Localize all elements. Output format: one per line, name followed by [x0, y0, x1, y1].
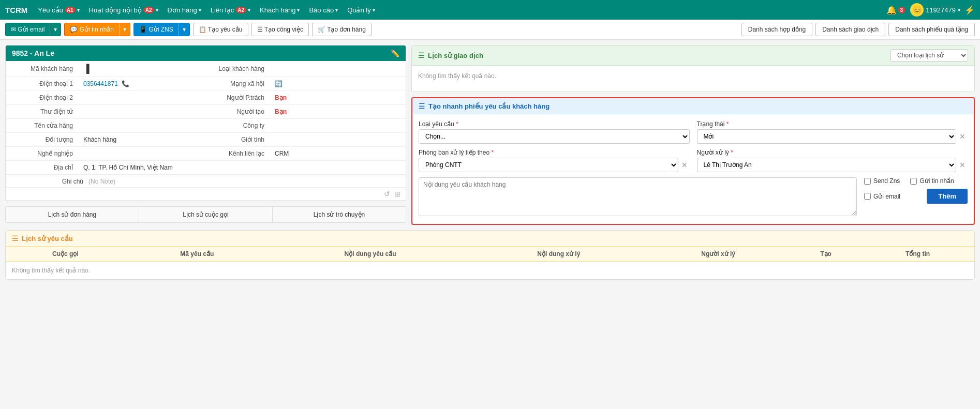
select-loai-yeu-cau[interactable]: Chọn...: [419, 129, 690, 144]
refresh-icon[interactable]: 🔄: [275, 80, 283, 87]
btn-email[interactable]: ✉ Gửi email: [5, 23, 50, 36]
btn-sms-dropdown[interactable]: ▾: [119, 23, 130, 36]
select-loai-yeu-cau-wrapper: Chọn...: [419, 129, 690, 144]
nav-item-bao-cao[interactable]: Báo cáo ▾: [305, 4, 342, 16]
checkboxes-row2: Gửi email Thêm: [864, 189, 968, 204]
request-history-header: ☰ Lịch sử yêu cầu: [6, 231, 974, 247]
phone-call-icon[interactable]: 📞: [122, 80, 129, 87]
barcode-icon: ▐: [83, 64, 89, 73]
btn-email-dropdown[interactable]: ▾: [50, 23, 61, 36]
required-star-4: *: [731, 149, 733, 156]
chevron-lien-lac: ▾: [248, 7, 250, 13]
bell-area[interactable]: 🔔 3: [886, 5, 905, 15]
checkbox-send-zns[interactable]: [864, 178, 871, 185]
btn-sms[interactable]: 💬 Gửi tin nhắn: [64, 23, 119, 36]
label-gui-tin-nhan: Gửi tin nhắn: [919, 177, 954, 185]
nav-item-hoat-dong[interactable]: Hoạt động nội bộ A2 ▾: [85, 4, 162, 16]
label-cong-ty: Công ty: [197, 119, 270, 133]
label-nghe-nghiep: Nghề nghiệp: [6, 147, 78, 161]
tab-lich-su-cuoc-goi[interactable]: Lịch sử cuộc gọi: [139, 206, 273, 223]
expand-note-icon[interactable]: ⊞: [394, 190, 400, 198]
chevron-don-hang: ▾: [199, 7, 201, 13]
table-row: Thư điện tử Người tạo Bạn: [6, 105, 406, 119]
table-row: Tên cửa hàng Công ty: [6, 119, 406, 133]
label-thu-dien-tu: Thư điện tử: [6, 105, 78, 119]
checkbox-gui-tin-nhan-wrapper: Gửi tin nhắn: [910, 177, 954, 185]
top-nav: TCRM Yêu cầu A1 ▾ Hoạt động nội bộ A2 ▾ …: [0, 0, 980, 20]
label-loai-yeu-cau: Loại yêu cầu *: [419, 120, 690, 128]
nav-item-khach-hang[interactable]: Khách hàng ▾: [256, 4, 304, 16]
select-phong-ban-wrapper: Phòng CNTT ✕: [419, 158, 690, 172]
value-thu-dien-tu: [78, 105, 197, 119]
label-trang-thai: Trạng thái *: [697, 120, 968, 128]
th-noi-dung-xu-ly: Nội dung xử lý: [472, 247, 646, 262]
select-trang-thai[interactable]: Mới: [697, 129, 957, 144]
tab-lich-su-don-hang[interactable]: Lịch sử đơn hàng: [5, 206, 139, 223]
bell-icon: 🔔: [886, 5, 897, 15]
clear-nguoi-xu-ly-btn[interactable]: ✕: [957, 160, 968, 170]
btn-contract[interactable]: Danh sách hợp đồng: [741, 23, 812, 36]
user-id: 11927479: [926, 6, 956, 14]
nav-label-lien-lac: Liên lạc: [211, 6, 234, 14]
btn-voucher[interactable]: Danh sách phiếu quà tặng: [888, 23, 975, 36]
btn-create-task[interactable]: ☰ Tạo công việc: [251, 23, 309, 36]
label-mang-xa-hoi: Mạng xã hội: [197, 77, 270, 91]
th-tong-tin: Tổng tin: [861, 247, 974, 262]
refresh-note-icon[interactable]: ↺: [384, 190, 390, 198]
nav-item-yeu-cau[interactable]: Yêu cầu A1 ▾: [34, 4, 83, 16]
clear-phong-ban-btn[interactable]: ✕: [679, 160, 690, 170]
nav-label-bao-cao: Báo cáo: [309, 6, 334, 14]
clear-trang-thai-btn[interactable]: ✕: [957, 131, 968, 142]
form-row-1: Loại yêu cầu * Chọn... Trạng thái *: [419, 120, 968, 144]
label-send-zns: Send Zns: [873, 177, 900, 185]
badge-lien-lac: A2: [235, 7, 246, 13]
btn-zns-dropdown[interactable]: ▾: [179, 23, 190, 36]
transaction-type-select[interactable]: Chọn loại lịch sử: [890, 49, 968, 62]
edit-icon[interactable]: ✏️: [391, 49, 399, 57]
nav-item-lien-lac[interactable]: Liên lạc A2 ▾: [206, 4, 255, 16]
label-dien-thoai-1: Điện thoại 1: [6, 77, 78, 91]
th-ma-yeu-cau: Mã yêu cầu: [125, 247, 269, 262]
tab-lich-su-tro-chuyen[interactable]: Lịch sử trò chuyện: [273, 206, 406, 223]
value-dia-chi: Q. 1, TP. Hồ Chí Minh, Việt Nam: [78, 161, 406, 175]
table-header-row: Cuộc gọi Mã yêu cầu Nội dung yêu cầu Nội…: [6, 247, 974, 262]
value-nghe-nghiep: [78, 147, 197, 161]
btn-transaction[interactable]: Danh sách giao dịch: [815, 23, 885, 36]
nav-label-don-hang: Đơn hàng: [168, 6, 197, 14]
note-row: Ghi chú (No Note): [6, 175, 406, 188]
table-row: Đối tượng Khách hàng Giới tính: [6, 133, 406, 147]
btn-create-request[interactable]: 📋 Tạo yêu cầu: [193, 23, 248, 36]
transaction-history-section: ☰ Lịch sử giao dịch Chọn loại lịch sử Kh…: [411, 45, 975, 92]
nav-item-don-hang[interactable]: Đơn hàng ▾: [164, 4, 205, 16]
label-doi-tuong: Đối tượng: [6, 133, 78, 147]
nav-item-quan-ly[interactable]: Quản lý ▾: [343, 4, 379, 16]
list-icon-transaction: ☰: [418, 51, 425, 59]
select-trang-thai-wrapper: Mới ✕: [697, 129, 968, 144]
value-mang-xa-hoi: 🔄: [270, 77, 406, 91]
required-star-1: *: [456, 120, 458, 128]
checkbox-gui-email[interactable]: [864, 193, 871, 200]
checkbox-gui-tin-nhan[interactable]: [910, 178, 917, 185]
value-ghi-chu: (No Note): [83, 178, 400, 185]
chevron-quan-ly: ▾: [373, 7, 375, 13]
phone-number-1[interactable]: 0356441871: [83, 80, 118, 87]
list-icon-request: ☰: [12, 234, 19, 243]
label-ma-khach-hang: Mã khách hàng: [6, 61, 78, 77]
btn-create-order[interactable]: 🛒 Tạo đơn hàng: [312, 23, 372, 36]
select-nguoi-xu-ly[interactable]: Lê Thị Trường An: [697, 158, 957, 172]
value-nguoi-tao: Bạn: [270, 105, 406, 119]
textarea-noi-dung[interactable]: [419, 177, 857, 216]
btn-them[interactable]: Thêm: [927, 189, 968, 204]
label-nguoi-tao: Người tạo: [197, 105, 270, 119]
user-area[interactable]: 😊 11927479 ▾: [910, 3, 960, 17]
label-ghi-chu: Ghi chú: [11, 178, 83, 185]
btn-email-group: ✉ Gửi email ▾: [5, 23, 61, 36]
select-nguoi-xu-ly-wrapper: Lê Thị Trường An ✕: [697, 158, 968, 172]
main-content: 9852 - An Le ✏️ Mã khách hàng ▐ Loại khá…: [0, 40, 980, 230]
btn-zns[interactable]: 📱 Gửi ZNS: [133, 23, 179, 36]
nav-label-hoat-dong: Hoạt động nội bộ: [89, 6, 142, 14]
customer-card-header: 9852 - An Le ✏️: [6, 46, 406, 61]
label-dia-chi: Địa chỉ: [6, 161, 78, 175]
customer-title: 9852 - An Le: [12, 49, 54, 57]
select-phong-ban[interactable]: Phòng CNTT: [419, 158, 678, 172]
